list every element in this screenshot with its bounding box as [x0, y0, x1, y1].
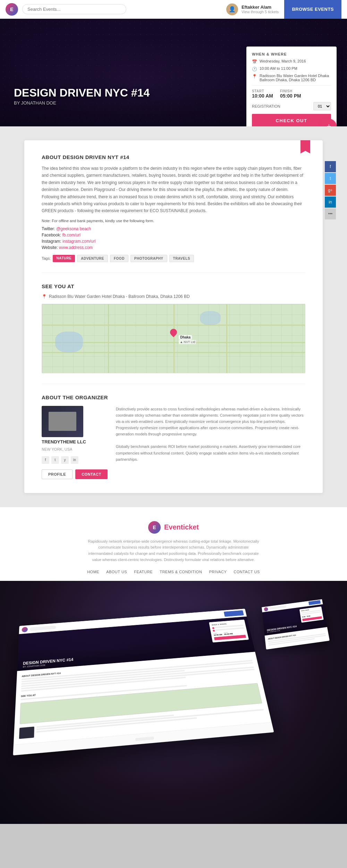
- footer-nav-terms[interactable]: TREMS & CONDITION: [160, 570, 202, 574]
- p-event-card: WHEN & WHERE START 10:00 AM: [209, 620, 249, 643]
- map-marker: [170, 329, 177, 339]
- small-device-screen: DESIGN DRIVEN NYC #14 BY JONATHAN DOE WH…: [262, 599, 330, 650]
- p-finish-col: FINISH 05:00 PM: [224, 632, 233, 635]
- search-input[interactable]: [22, 4, 126, 14]
- tag-travels[interactable]: TRAVELS: [169, 255, 194, 262]
- organizer-desc-p2: Globally benchmark pandemic ROI before m…: [116, 443, 305, 462]
- tag-photography[interactable]: PHOTOGRAPHY: [130, 255, 167, 262]
- user-name: Eftakker Alam: [242, 5, 279, 10]
- location-section: SEE YOU AT 📍 Radisson Blu Water Garden H…: [42, 283, 305, 373]
- website-link-row: Website: www.address.com: [42, 245, 305, 250]
- facebook-share-button[interactable]: f: [325, 161, 336, 172]
- registration-row: REGISTRATION 01 02 03 04: [252, 102, 331, 110]
- map-location-icon: 📍: [42, 294, 47, 299]
- facebook-label: Facebook:: [42, 233, 61, 237]
- small-card-finish: FINISH 05:00: [307, 615, 311, 617]
- main-wrapper: f t g+ in ••• ABOUT DESIGN DRIVEN NYT #1…: [0, 126, 347, 507]
- p-footer-logo: [135, 736, 154, 741]
- map-container: Dhaka ▲ NVT Ltd: [42, 304, 305, 373]
- event-times: START 10:00 AM FINISH 05:00 PM: [252, 89, 331, 99]
- p-nav-logo: [22, 627, 28, 632]
- p-org-img: [19, 727, 34, 739]
- twitter-share-button[interactable]: t: [325, 173, 336, 184]
- event-date: Wednesday, March 9, 2016: [260, 59, 306, 63]
- browse-events-button[interactable]: BROWSE EVENTS: [284, 0, 341, 19]
- facebook-link-row: Facebook: fb.com/url: [42, 233, 305, 237]
- about-note: Note: For offline and bank payments, kin…: [42, 219, 305, 223]
- tags-label: Tags:: [42, 256, 51, 260]
- perspective-screen: DESIGN DRIVEN NYC #14 BY JONATHAN DOE WH…: [13, 609, 274, 756]
- twitter-label: Twitter:: [42, 226, 55, 231]
- event-time-row: 🕐 10:00 AM to 11:00 PM: [252, 66, 331, 72]
- when-where-title: WHEN & WHERE: [252, 52, 331, 56]
- bottom-3d-section: DESIGN DRIVEN NYC #14 BY JONATHAN DOE WH…: [0, 581, 347, 824]
- googleplus-share-button[interactable]: g+: [325, 185, 336, 196]
- start-time-col: START 10:00 AM: [252, 89, 273, 99]
- finish-time-col: FINISH 05:00 PM: [280, 89, 301, 99]
- footer-desc: Rapidiously network enterprise-wide conv…: [87, 539, 260, 563]
- linkedin-share-button[interactable]: in: [325, 197, 336, 208]
- instagram-link-row: Instagram: instagram.com/url: [42, 239, 305, 244]
- checkout-button[interactable]: CHECK OUT: [252, 114, 331, 126]
- org-twitter-btn[interactable]: t: [51, 456, 59, 464]
- small-nav-logo: [264, 607, 268, 611]
- small-nav-spacer: [288, 603, 307, 606]
- hero-text: DESIGN DRIVEN NYC #14 BY JONATHAN DOE: [14, 87, 150, 106]
- tag-nature[interactable]: NATURE: [53, 255, 75, 262]
- contact-button[interactable]: CONTACT: [75, 469, 107, 479]
- avatar: 👤: [226, 3, 238, 15]
- footer-nav-privacy[interactable]: PRIVACY: [209, 570, 227, 574]
- card-divider: [252, 85, 331, 86]
- perspective-device-2: DESIGN DRIVEN NYC #14 BY JONATHAN DOE WH…: [264, 602, 326, 645]
- navbar: E 👤 Eftakker Alam View through 5 tickets…: [0, 0, 347, 19]
- about-section: ABOUT DESIGN DRIVEN NYT #14 The idea beh…: [42, 154, 305, 262]
- org-facebook-btn[interactable]: f: [42, 456, 49, 464]
- facebook-link[interactable]: fb.com/url: [62, 233, 81, 237]
- small-event-card: WHEN & WHERE START 10:00 FINISH 05:00: [299, 607, 324, 623]
- small-finish-time: 05:00: [307, 615, 311, 617]
- footer-nav-about[interactable]: ABOUT US: [106, 570, 127, 574]
- tag-adventure[interactable]: ADVENTURE: [77, 255, 108, 262]
- map-road-v2: [174, 304, 175, 373]
- registration-qty-select[interactable]: 01 02 03 04: [313, 102, 331, 110]
- tag-food[interactable]: FOOD: [110, 255, 128, 262]
- content-card: f t g+ in ••• ABOUT DESIGN DRIVEN NYT #1…: [24, 140, 323, 493]
- p-card-dot-1: [212, 627, 214, 629]
- social-sidebar: f t g+ in •••: [325, 161, 336, 219]
- footer-nav-feature[interactable]: FEATURE: [134, 570, 153, 574]
- org-instagram-btn[interactable]: in: [71, 456, 78, 464]
- registration-label: REGISTRATION: [252, 104, 280, 108]
- organizer-name: TRENDYTHEME LLC: [42, 439, 86, 444]
- org-youtube-btn[interactable]: y: [61, 456, 69, 464]
- footer-logo-text: Eventicket: [164, 523, 199, 531]
- finish-time: 05:00 PM: [280, 93, 301, 99]
- twitter-link-row: Twitter: @geeksona beach: [42, 226, 305, 231]
- event-time-range: 10:00 AM to 11:00 PM: [260, 66, 297, 70]
- map-venue-label: ▲ NVT Ltd: [179, 340, 196, 344]
- navbar-logo: E: [6, 3, 18, 16]
- profile-button[interactable]: PROFILE: [42, 469, 73, 479]
- event-date-row: 📅 Wednesday, March 9, 2016: [252, 59, 331, 64]
- bookmark-icon[interactable]: [301, 140, 310, 153]
- p-nav-browse-btn: [224, 610, 244, 617]
- website-link[interactable]: www.address.com: [59, 245, 93, 250]
- site-footer: E Eventicket Rapidiously network enterpr…: [0, 507, 347, 581]
- map-marker-head: [169, 327, 178, 337]
- organizer-desc-p1: Distinctively provide access to cross fu…: [116, 406, 305, 437]
- start-label: START: [252, 89, 273, 93]
- event-card: WHEN & WHERE 📅 Wednesday, March 9, 2016 …: [246, 47, 337, 126]
- small-text-2: [268, 635, 326, 644]
- map-road-v1: [108, 304, 109, 373]
- twitter-link[interactable]: @geeksona beach: [56, 226, 91, 231]
- organizer-grid: TRENDYTHEME LLC NEW YORK, USA f t y in P…: [42, 406, 305, 479]
- footer-nav-contact[interactable]: CONTACT US: [234, 570, 260, 574]
- instagram-label: Instagram:: [42, 239, 61, 244]
- tags-row: Tags: NATURE ADVENTURE FOOD PHOTOGRAPHY …: [42, 255, 305, 262]
- p-start-col: START 10:00 AM: [213, 632, 222, 636]
- location-title: SEE YOU AT: [42, 283, 305, 289]
- instagram-link[interactable]: instagram.com/url: [62, 239, 95, 244]
- event-location-row: 📍 Radisson Blu Water Garden Hotel Dhaka …: [252, 74, 331, 82]
- footer-nav-home[interactable]: HOME: [87, 570, 99, 574]
- map-water-1: [55, 332, 83, 352]
- more-share-button[interactable]: •••: [325, 208, 336, 219]
